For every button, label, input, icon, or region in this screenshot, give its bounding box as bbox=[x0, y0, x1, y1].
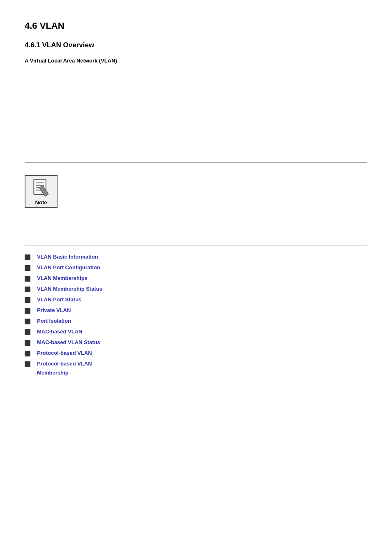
link-vlan-basic[interactable]: VLAN Basic Information bbox=[37, 254, 98, 260]
link-vlan-port-status[interactable]: VLAN Port Status bbox=[37, 296, 81, 303]
note-icon-container: Note bbox=[25, 175, 58, 208]
bullet-icon bbox=[25, 276, 30, 282]
list-item: VLAN Port Configuration bbox=[25, 264, 367, 271]
bullet-icon bbox=[25, 308, 30, 314]
note-icon bbox=[30, 178, 52, 199]
list-item: VLAN Port Status bbox=[25, 296, 367, 303]
bullet-icon bbox=[25, 329, 30, 335]
links-section: VLAN Basic InformationVLAN Port Configur… bbox=[25, 254, 367, 376]
link-vlan-memberships[interactable]: VLAN Memberships bbox=[37, 275, 88, 281]
top-divider bbox=[25, 162, 367, 163]
link-protocol-based-vlan-membership[interactable]: Protocol-based VLAN bbox=[37, 361, 92, 367]
link-protocol-based-vlan-membership-continuation: Membership bbox=[37, 370, 367, 376]
link-vlan-membership-status[interactable]: VLAN Membership Status bbox=[37, 286, 102, 292]
bullet-icon bbox=[25, 361, 30, 367]
list-item: VLAN Basic Information bbox=[25, 254, 367, 260]
section-title: 4.6.1 VLAN Overview bbox=[25, 41, 367, 49]
link-vlan-port-config[interactable]: VLAN Port Configuration bbox=[37, 264, 100, 271]
bullet-icon bbox=[25, 340, 30, 346]
list-item: MAC-based VLAN bbox=[25, 328, 367, 335]
list-item: VLAN Memberships bbox=[25, 275, 367, 282]
link-private-vlan[interactable]: Private VLAN bbox=[37, 307, 71, 313]
link-port-isolation[interactable]: Port Isolation bbox=[37, 318, 71, 324]
bullet-icon bbox=[25, 319, 30, 324]
bullet-icon bbox=[25, 265, 30, 271]
list-item: MAC-based VLAN Status bbox=[25, 339, 367, 346]
intro-text: A Virtual Local Area Network (VLAN) bbox=[25, 58, 367, 64]
note-block: Note bbox=[25, 175, 367, 208]
link-mac-based-vlan-status[interactable]: MAC-based VLAN Status bbox=[37, 339, 100, 345]
link-protocol-based-vlan[interactable]: Protocol-based VLAN bbox=[37, 350, 92, 356]
bottom-divider bbox=[25, 245, 367, 245]
bullet-icon bbox=[25, 287, 30, 292]
bullet-icon bbox=[25, 254, 30, 260]
link-mac-based-vlan[interactable]: MAC-based VLAN bbox=[37, 328, 83, 335]
link-protocol-based-vlan-membership-continuation-link[interactable]: Membership bbox=[37, 370, 367, 376]
list-item: Port Isolation bbox=[25, 318, 367, 324]
list-item: Protocol-based VLAN bbox=[25, 350, 367, 356]
list-item: VLAN Membership Status bbox=[25, 286, 367, 292]
main-title: 4.6 VLAN bbox=[25, 21, 367, 31]
bullet-icon bbox=[25, 351, 30, 356]
note-label: Note bbox=[35, 199, 47, 206]
bullet-icon bbox=[25, 297, 30, 303]
list-item: Protocol-based VLAN bbox=[25, 361, 367, 367]
list-item: Private VLAN bbox=[25, 307, 367, 314]
